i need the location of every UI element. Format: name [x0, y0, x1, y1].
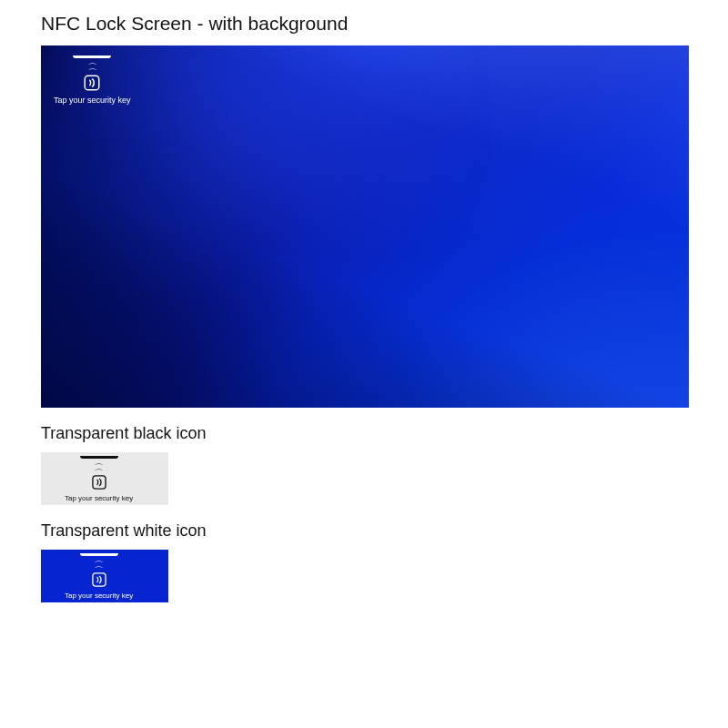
section-heading-white: Transparent white icon — [41, 521, 687, 541]
nfc-prompt-label: Tap your security key — [65, 592, 133, 600]
nfc-prompt-widget-white: ︿︿ Tap your security key — [57, 550, 140, 605]
section-heading-black: Transparent black icon — [41, 424, 687, 443]
notch-indicator — [80, 456, 118, 459]
chevron-up-icon: ︿︿ — [95, 460, 103, 471]
nfc-key-icon — [90, 571, 108, 589]
section-heading-main: NFC Lock Screen - with background — [41, 13, 687, 35]
white-icon-preview-tile: ︿︿ Tap your security key — [41, 550, 168, 602]
nfc-key-icon — [82, 73, 102, 93]
nfc-prompt-label: Tap your security key — [65, 494, 133, 502]
chevron-up-icon: ︿︿ — [88, 60, 96, 71]
svg-rect-0 — [85, 76, 99, 90]
notch-indicator — [73, 56, 111, 58]
svg-rect-2 — [92, 573, 105, 586]
chevron-up-icon: ︿︿ — [95, 558, 103, 569]
svg-rect-1 — [92, 476, 105, 489]
nfc-key-icon — [90, 473, 108, 491]
nfc-prompt-label: Tap your security key — [54, 96, 131, 105]
nfc-prompt-widget-black: ︿︿ Tap your security key — [57, 452, 140, 508]
nfc-prompt-widget: ︿︿ Tap your security key — [46, 52, 138, 110]
notch-indicator — [80, 553, 118, 556]
black-icon-preview-tile: ︿︿ Tap your security key — [41, 452, 168, 505]
lock-screen-preview: ︿︿ Tap your security key — [41, 46, 689, 408]
